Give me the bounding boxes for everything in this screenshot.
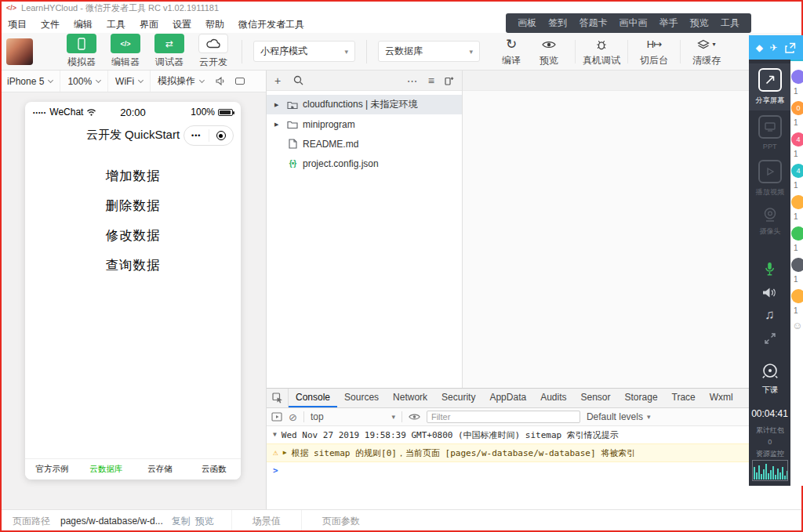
- preview-path-link[interactable]: 预览: [195, 515, 214, 528]
- scene-value-button[interactable]: 场景值: [231, 510, 301, 532]
- clear-console-icon[interactable]: ⊘: [289, 412, 297, 422]
- class-tool-checkin[interactable]: 签到: [548, 16, 567, 30]
- cloud-env-select[interactable]: 云数据库 ▾: [378, 41, 480, 62]
- simulate-action-select[interactable]: 模拟操作: [151, 71, 211, 92]
- participant-badge[interactable]: [791, 289, 803, 303]
- menu-view[interactable]: 界面: [140, 18, 158, 31]
- execution-context-select[interactable]: top ▾: [311, 411, 395, 422]
- send-plane-icon[interactable]: ✈: [770, 43, 778, 52]
- debugger-toggle-button[interactable]: ⇄ 调试器: [152, 34, 187, 69]
- device-debug-button[interactable]: 真机调试: [583, 36, 620, 67]
- devtools-tab-network[interactable]: Network: [386, 389, 434, 407]
- fullscreen-button[interactable]: [764, 332, 776, 345]
- add-data-button[interactable]: 增加数据: [25, 161, 241, 191]
- more-icon[interactable]: ⋯: [407, 75, 418, 86]
- class-tool-quiz[interactable]: 答题卡: [579, 16, 607, 30]
- menu-tools[interactable]: 工具: [107, 18, 125, 31]
- add-file-icon[interactable]: +: [274, 75, 281, 86]
- close-minibar-button[interactable]: [209, 126, 234, 145]
- play-video-button[interactable]: 播放视频: [749, 155, 790, 202]
- menu-help[interactable]: 帮助: [205, 18, 224, 31]
- page-params-button[interactable]: 页面参数: [301, 510, 380, 532]
- zoom-select[interactable]: 100%: [60, 71, 108, 92]
- gem-icon[interactable]: ◆: [756, 43, 763, 52]
- console-prompt[interactable]: >: [267, 462, 803, 479]
- search-icon[interactable]: [293, 75, 303, 85]
- expand-caret-icon[interactable]: ▶: [283, 449, 287, 456]
- tree-expand-icon[interactable]: ▶: [274, 102, 282, 108]
- camera-button[interactable]: 摄像头: [749, 202, 790, 241]
- editor-toggle-button[interactable]: </> 编辑器: [108, 34, 143, 69]
- class-tool-whiteboard[interactable]: 画板: [518, 16, 536, 30]
- menu-devtools[interactable]: 微信开发者工具: [238, 18, 304, 31]
- query-data-button[interactable]: 查询数据: [25, 251, 241, 280]
- class-tool-tools[interactable]: 工具: [721, 16, 739, 30]
- microphone-button[interactable]: [764, 262, 776, 277]
- class-tool-preview[interactable]: 预览: [690, 16, 709, 30]
- split-editor-icon[interactable]: [445, 76, 454, 85]
- tab-official-demo[interactable]: 官方示例: [25, 459, 79, 480]
- outline-list-icon[interactable]: ≡: [428, 75, 434, 86]
- ppt-button[interactable]: PPT: [749, 110, 790, 155]
- tab-cloud-storage[interactable]: 云存储: [133, 459, 187, 480]
- background-switch-button[interactable]: H↦ 切后台: [635, 36, 673, 67]
- devtools-tab-wxml[interactable]: Wxml: [703, 389, 740, 407]
- console-log-row[interactable]: ▼ Wed Nov 27 2019 19:58:39 GMT+0800 (中国标…: [267, 426, 803, 443]
- console-filter-input[interactable]: [427, 411, 580, 423]
- preview-button[interactable]: 预览: [530, 36, 568, 67]
- music-button[interactable]: ♫: [765, 308, 775, 321]
- class-tool-pip[interactable]: 画中画: [620, 16, 648, 30]
- devtools-tab-trace[interactable]: Trace: [665, 389, 703, 407]
- class-tool-raise-hand[interactable]: 举手: [659, 16, 678, 30]
- devtools-tab-sensor[interactable]: Sensor: [574, 389, 618, 407]
- devtools-tab-audits[interactable]: Audits: [533, 389, 573, 407]
- devtools-tab-sources[interactable]: Sources: [337, 389, 386, 407]
- tree-row-readme[interactable]: README.md: [267, 134, 462, 154]
- speaker-icon[interactable]: [216, 77, 226, 85]
- tree-expand-icon[interactable]: ▶: [274, 121, 282, 128]
- eye-icon[interactable]: [409, 413, 420, 421]
- share-export-icon[interactable]: [784, 42, 796, 53]
- participant-badge[interactable]: 4: [791, 164, 803, 178]
- menu-settings[interactable]: 设置: [173, 18, 191, 31]
- menu-edit[interactable]: 编辑: [74, 18, 93, 31]
- frame-play-icon[interactable]: [271, 412, 282, 422]
- copy-path-link[interactable]: 复制: [172, 515, 191, 528]
- update-data-button[interactable]: 修改数据: [25, 221, 241, 251]
- devtools-tab-storage[interactable]: Storage: [618, 389, 665, 407]
- devtools-tab-appdata[interactable]: AppData: [482, 389, 533, 407]
- compile-button[interactable]: ↻ 编译: [492, 36, 530, 67]
- inspect-element-icon[interactable]: [272, 393, 283, 404]
- tab-cloud-function[interactable]: 云函数: [187, 459, 241, 480]
- clear-cache-button[interactable]: ▾ 清缓存: [688, 36, 725, 67]
- expand-caret-icon[interactable]: ▼: [273, 431, 277, 438]
- participant-badge[interactable]: 0: [791, 101, 803, 115]
- devtools-tab-security[interactable]: Security: [434, 389, 482, 407]
- tree-row-project-config[interactable]: {•} project.config.json: [267, 154, 462, 173]
- screenshot-icon[interactable]: [235, 78, 245, 85]
- smiley-icon[interactable]: ☺: [792, 320, 802, 331]
- simulator-toggle-button[interactable]: 模拟器: [64, 34, 99, 69]
- tree-row-cloudfunctions[interactable]: ▶ cloudfunctions | 未指定环境: [267, 95, 462, 114]
- delete-data-button[interactable]: 删除数据: [25, 191, 241, 221]
- participant-badge[interactable]: [791, 258, 803, 272]
- menu-file[interactable]: 文件: [41, 18, 60, 31]
- participant-badge[interactable]: [791, 70, 803, 84]
- end-class-button[interactable]: 下课: [749, 357, 790, 400]
- log-levels-select[interactable]: Default levels ▾: [587, 411, 651, 422]
- network-select[interactable]: WiFi: [108, 71, 151, 92]
- user-avatar[interactable]: [6, 38, 33, 65]
- tab-cloud-database[interactable]: 云数据库: [79, 459, 133, 480]
- participant-badge[interactable]: [791, 226, 803, 241]
- menu-project[interactable]: 项目: [8, 18, 27, 31]
- participant-badge[interactable]: 4: [791, 132, 803, 147]
- more-menu-button[interactable]: •••: [184, 126, 209, 145]
- participant-badge[interactable]: [791, 195, 803, 209]
- devtools-tab-console[interactable]: Console: [289, 389, 337, 407]
- speaker-button[interactable]: [762, 287, 777, 299]
- console-warning-row[interactable]: ⚠ ▶ 根据 sitemap 的规则[0]，当前页面 [pages/w-data…: [267, 443, 803, 462]
- share-screen-button[interactable]: 分享屏幕: [749, 63, 790, 110]
- compile-mode-select[interactable]: 小程序模式 ▾: [253, 41, 355, 62]
- cloud-dev-button[interactable]: 云开发: [196, 34, 231, 69]
- device-select[interactable]: iPhone 5: [0, 71, 60, 92]
